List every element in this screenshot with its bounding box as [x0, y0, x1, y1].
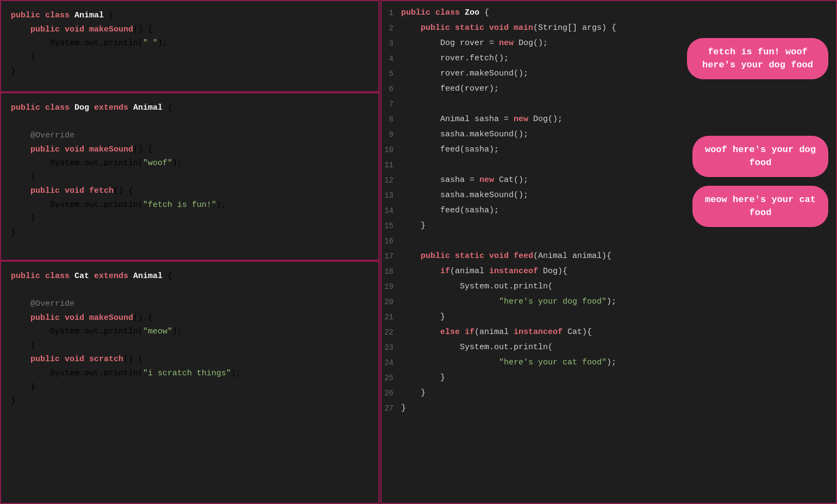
line-1: 1 public class Zoo {	[382, 7, 836, 22]
dog-class-code: public class Dog extends Animal { @Overr…	[11, 101, 368, 240]
animal-class-code: public class Animal { public void makeSo…	[11, 9, 368, 78]
line-24: 24 "here's your cat food");	[382, 356, 836, 371]
line-27: 27 }	[382, 402, 836, 417]
line-6: 6 feed(rover);	[382, 83, 836, 98]
line-2: 2 public static void main(String[] args)…	[382, 22, 836, 37]
line-25: 25 }	[382, 371, 836, 387]
line-21: 21 }	[382, 311, 836, 326]
line-8: 8 Animal sasha = new Dog();	[382, 113, 836, 128]
line-4: 4 rover.fetch();	[382, 52, 836, 67]
line-26: 26 }	[382, 387, 836, 402]
right-panel: 1 public class Zoo { 2 public static voi…	[380, 0, 837, 504]
line-3: 3 Dog rover = new Dog();	[382, 37, 836, 52]
line-14: 14 feed(sasha);	[382, 204, 836, 219]
line-17: 17 public static void feed(Animal animal…	[382, 250, 836, 265]
line-22: 22 else if(animal instanceof Cat){	[382, 326, 836, 341]
line-5: 5 rover.makeSound();	[382, 67, 836, 83]
line-10: 10 feed(sasha);	[382, 143, 836, 159]
left-panel: public class Animal { public void makeSo…	[0, 0, 380, 504]
line-16: 16	[382, 235, 836, 250]
line-12: 12 sasha = new Cat();	[382, 174, 836, 189]
line-9: 9 sasha.makeSound();	[382, 128, 836, 143]
cat-class-code: public class Cat extends Animal { @Overr…	[11, 269, 368, 408]
line-11: 11	[382, 159, 836, 174]
line-7: 7	[382, 98, 836, 113]
line-15: 15 }	[382, 219, 836, 235]
animal-class-block: public class Animal { public void makeSo…	[0, 0, 379, 92]
line-23: 23 System.out.println(	[382, 341, 836, 356]
dog-class-block: public class Dog extends Animal { @Overr…	[0, 92, 379, 261]
cat-class-block: public class Cat extends Animal { @Overr…	[0, 261, 379, 504]
line-18: 18 if(animal instanceof Dog){	[382, 265, 836, 280]
line-20: 20 "here's your dog food");	[382, 295, 836, 311]
line-13: 13 sasha.makeSound();	[382, 189, 836, 204]
line-19: 19 System.out.println(	[382, 280, 836, 295]
